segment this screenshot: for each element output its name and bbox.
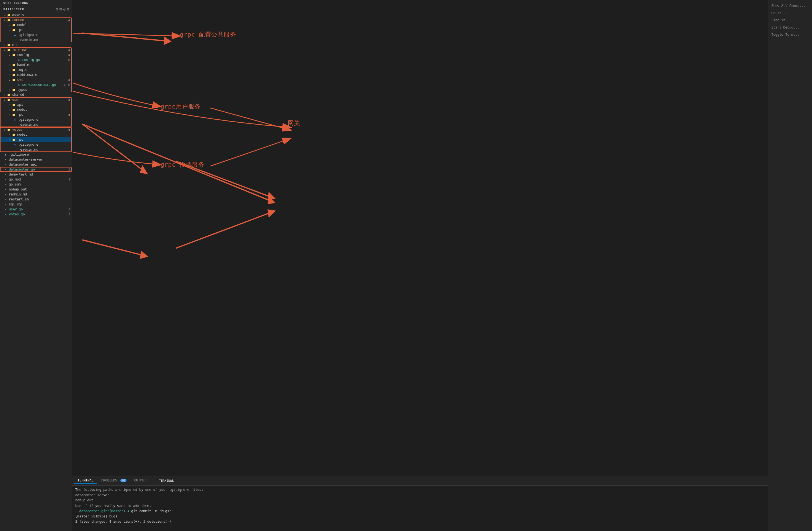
folder-icon: 📁 (12, 87, 16, 92)
right-panel-item-4[interactable]: Toggle Term... (768, 31, 812, 38)
item-label: rpc (17, 28, 72, 32)
item-label: user (12, 98, 68, 102)
terminal-arrow: → (75, 509, 79, 513)
tree-item-model[interactable]: › 📁 model (0, 23, 72, 27)
md-icon: ⬇ (13, 147, 17, 152)
item-label: .gitignore (18, 33, 72, 37)
md-icon: ⬇ (3, 192, 8, 197)
folder-icon: 📁 (12, 23, 16, 27)
tree-item-middleware[interactable]: › 📁 middleware (0, 72, 72, 77)
tree-item-nohup-out[interactable]: ≡ nohup.out (0, 187, 72, 192)
collapse-icon[interactable]: ⊠ (67, 7, 70, 11)
arrow-icon: › (7, 63, 12, 67)
tree-item-gitignore-votes[interactable]: ◆ .gitignore (0, 142, 72, 147)
tree-item-api-user[interactable]: › 📁 api (0, 102, 72, 107)
item-badge: ● (68, 98, 70, 101)
right-panel-item-1[interactable]: Go to... (768, 10, 812, 17)
folder-icon: 📁 (12, 77, 16, 82)
right-panel-item-2[interactable]: Find in ... (768, 17, 812, 24)
tree-item-user[interactable]: ∨ 📁 user ● (0, 97, 72, 102)
item-badge: ● (68, 48, 70, 52)
tree-item-sql-sql[interactable]: ≡ sql.sql (0, 202, 72, 207)
tree-item-user-go[interactable]: ∞ user.go 2 (0, 207, 72, 212)
item-label: config.go (22, 58, 68, 62)
item-badge: 2 (68, 213, 70, 216)
tree-item-restart-sh[interactable]: ≡ restart.sh (0, 197, 72, 202)
terminal-cmd: git commit -m "bugs" (131, 509, 171, 513)
tree-item-common[interactable]: ∨ 📁 common ● (0, 17, 72, 23)
item-label: logic (17, 68, 72, 72)
tree-item-gitignore-root[interactable]: ◆ .gitignore (0, 152, 72, 157)
refresh-icon[interactable]: ↺ (63, 7, 66, 11)
right-panel: Show All Comma... Go to... Find in ... S… (768, 0, 812, 531)
tree-item-readmin-user[interactable]: ⬇ readmin.md (0, 122, 72, 127)
tree-item-readmin-votes[interactable]: ⬇ readmin.md (0, 147, 72, 152)
tree-item-datacenter-go[interactable]: ∞ datacenter.go 2 (0, 167, 72, 172)
terminal-line-3: nohup.out (75, 498, 764, 503)
tree-item-model-votes[interactable]: › 📁 model (0, 132, 72, 137)
svg-line-2 (83, 124, 147, 174)
terminal-expand[interactable]: › TERMINAL (154, 478, 176, 484)
file-icon: ≡ (3, 157, 8, 162)
tree-item-readmin-common[interactable]: ⬇ readmin.md (0, 38, 72, 42)
open-editors-header[interactable]: OPEN EDITORS (0, 0, 72, 6)
tree-item-rpc[interactable]: › 📁 rpc (0, 27, 72, 32)
tree-item-shared[interactable]: › 📁 shared (0, 92, 72, 97)
arrow-icon: › (7, 103, 12, 106)
item-label: radmin.md (9, 192, 72, 196)
tree-item-model-user[interactable]: › 📁 model (0, 107, 72, 112)
tree-item-demo-test-md[interactable]: ⬇ demo-test.md (0, 172, 72, 177)
arrow-icon: › (7, 113, 12, 116)
folder-icon: 📁 (6, 127, 11, 132)
tab-output[interactable]: OUTPUT (131, 477, 149, 484)
tree-item-gitignore-common[interactable]: ◆ .gitignore (0, 32, 72, 38)
tree-item-radmin-md[interactable]: ⬇ radmin.md (0, 192, 72, 197)
tree-item-logic[interactable]: › 📁 logic (0, 67, 72, 72)
tree-item-rpc-user[interactable]: › 📁 rpc ● (0, 112, 72, 117)
tree-item-go-mod[interactable]: ≡ go.mod 4 (0, 177, 72, 182)
tree-item-config[interactable]: ∨ 📁 config ● (0, 52, 72, 57)
right-panel-item-0[interactable]: Show All Comma... (768, 2, 812, 10)
md-icon: ⬇ (3, 172, 8, 177)
terminal-tabs: TERMINAL PROBLEMS 26 OUTPUT › TERMINAL (72, 476, 768, 486)
new-folder-icon[interactable]: ⊟ (59, 7, 62, 11)
tree-item-svc[interactable]: ∨ 📁 svc ● (0, 77, 72, 82)
md-icon: ⬇ (13, 38, 17, 42)
item-label: etc (12, 43, 72, 47)
tree-item-config-go[interactable]: ∞ config.go M (0, 57, 72, 62)
go-icon: ∞ (3, 167, 8, 172)
tree-item-datacenter-api[interactable]: ∞ datacenter.api (0, 162, 72, 167)
item-label: datacenter.api (9, 162, 72, 167)
item-label: assets (12, 13, 72, 17)
item-badge: M (68, 58, 70, 61)
annotation-gateway: 网关 (288, 119, 300, 127)
right-panel-item-3[interactable]: Start Debug... (768, 24, 812, 31)
tree-item-votes-go[interactable]: ∞ votes.go 2 (0, 212, 72, 217)
annotation-arrows (72, 0, 768, 476)
terminal-header-label: TERMINAL (159, 479, 174, 483)
tree-item-servicecontext[interactable]: ∞ servicecontext.go 5, M (0, 82, 72, 87)
tree-item-datacenter-server[interactable]: ≡ datacenter-server (0, 157, 72, 162)
tab-terminal[interactable]: TERMINAL (74, 477, 97, 484)
arrow-icon: › (7, 133, 12, 136)
item-label: go.sum (9, 183, 72, 186)
go-icon: ∞ (17, 83, 21, 87)
tree-item-etc[interactable]: › 📁 etc (0, 42, 72, 47)
arrow-icon: ∨ (2, 128, 6, 131)
item-label: readmin.md (18, 147, 72, 152)
tree-item-go-sum[interactable]: ≡ go.sum (0, 182, 72, 187)
tree-item-gitignore-user[interactable]: ◆ .gitignore (0, 117, 72, 122)
item-label: restart.sh (9, 197, 72, 201)
datacenter-header[interactable]: DATACENTER ⊞ ⊟ ↺ ⊠ (0, 6, 72, 13)
tree-item-assets[interactable]: › 📁 assets (0, 13, 72, 17)
gitignore-icon: ◆ (3, 152, 8, 157)
new-file-icon[interactable]: ⊞ (56, 7, 58, 11)
folder-icon: 📁 (12, 112, 16, 117)
tree-item-internal[interactable]: ∨ 📁 internal ● (0, 47, 72, 52)
tree-item-types[interactable]: › 📁 types (0, 87, 72, 92)
tree-item-rpc-votes[interactable]: › 📁 rpc (0, 137, 72, 142)
tab-problems[interactable]: PROBLEMS 26 (98, 477, 130, 484)
terminal-body: The following paths are ignored by one o… (72, 486, 768, 531)
tree-item-handler[interactable]: › 📁 handler (0, 62, 72, 67)
tree-item-votes[interactable]: ∨ 📁 votes ● (0, 127, 72, 132)
